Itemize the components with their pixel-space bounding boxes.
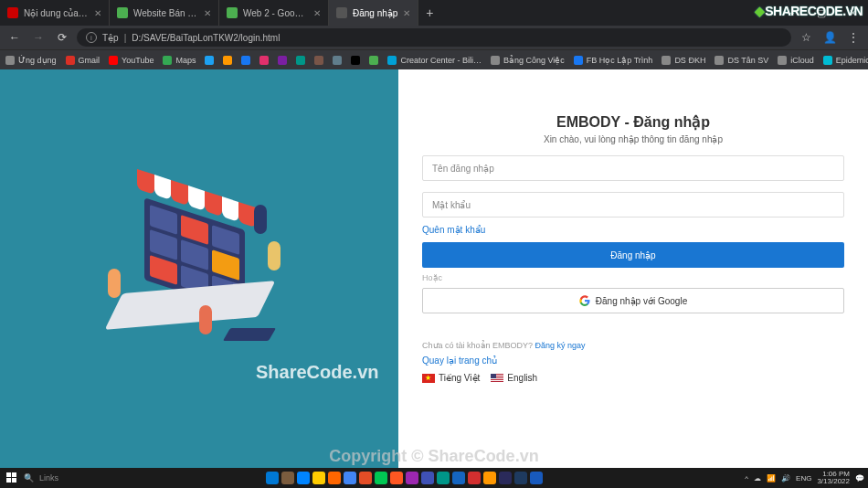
page-subtitle: Xin chào, vui lòng nhập thông tin đăng n… — [422, 134, 844, 144]
bookmark-item[interactable]: DS ĐKH — [662, 56, 705, 65]
password-input[interactable] — [422, 192, 844, 217]
bookmark-item[interactable]: Epidemic Sound — [823, 56, 868, 65]
forward-button[interactable]: → — [29, 28, 48, 47]
lang-en[interactable]: English — [491, 373, 537, 383]
info-icon[interactable]: i — [86, 32, 97, 43]
vietnam-flag-icon: ★ — [422, 374, 435, 383]
site-icon — [117, 7, 128, 18]
profile-button[interactable]: 👤 — [820, 28, 839, 47]
shopping-illustration — [99, 177, 300, 360]
back-button[interactable]: ← — [5, 28, 24, 47]
browser-tabstrip: Nội dung của kênh - YouTube St ✕ Website… — [0, 0, 868, 26]
svg-rect-1 — [12, 472, 16, 477]
bookmark-item[interactable] — [296, 56, 305, 65]
bookmark-item[interactable]: YouTube — [109, 56, 153, 65]
taskbar-app-icon[interactable] — [514, 472, 527, 484]
taskbar-app-icon[interactable] — [297, 472, 310, 484]
lang-vi[interactable]: ★ Tiếng Việt — [422, 373, 480, 383]
bookmark-item[interactable] — [205, 56, 214, 65]
back-home-link[interactable]: Quay lại trang chủ — [422, 355, 497, 366]
bookmark-item[interactable] — [369, 56, 378, 65]
login-form-panel: EMBODY - Đăng nhập Xin chào, vui lòng nh… — [398, 69, 868, 468]
taskbar-app-icon[interactable] — [437, 472, 450, 484]
taskbar-app-icon[interactable] — [344, 472, 356, 484]
bookmark-item[interactable] — [241, 56, 250, 65]
page-icon — [336, 7, 347, 18]
taskbar-search[interactable]: 🔍 Links — [24, 473, 69, 483]
wifi-icon[interactable]: 📶 — [767, 474, 776, 483]
onedrive-icon[interactable]: ☁ — [754, 474, 761, 483]
username-input[interactable] — [422, 155, 844, 181]
taskbar-app-icon[interactable] — [406, 472, 418, 484]
taskbar-clock[interactable]: 1:06 PM 3/13/2022 — [817, 471, 850, 485]
taskbar-app-icon[interactable] — [499, 472, 512, 484]
bookmark-item[interactable] — [314, 56, 323, 65]
drive-icon — [227, 7, 238, 18]
bookmark-item[interactable]: Creator Center - Bili… — [387, 56, 482, 65]
taskbar-app-icon[interactable] — [266, 472, 279, 484]
notifications-icon[interactable]: 💬 — [855, 474, 864, 483]
language-indicator[interactable]: ENG — [796, 474, 811, 483]
system-tray[interactable]: ^ ☁ 📶 🔊 ENG 1:06 PM 3/13/2022 💬 — [745, 471, 864, 485]
or-divider: Hoặc — [422, 273, 844, 282]
tab-label: Đăng nhập — [353, 8, 397, 18]
tab-label: Nội dung của kênh - YouTube St — [24, 8, 89, 18]
bookmark-item[interactable] — [333, 56, 342, 65]
bookmark-item[interactable] — [351, 56, 360, 65]
youtube-icon — [7, 7, 18, 18]
login-button[interactable]: Đăng nhập — [422, 242, 844, 268]
url-prefix: Tệp — [102, 33, 119, 43]
close-icon[interactable]: ✕ — [313, 8, 321, 18]
bookmark-item[interactable]: DS Tân SV — [715, 56, 768, 65]
taskbar-app-icon[interactable] — [390, 472, 403, 484]
taskbar-app-icon[interactable] — [421, 472, 434, 484]
volume-icon[interactable]: 🔊 — [781, 474, 790, 483]
browser-tab[interactable]: Nội dung của kênh - YouTube St ✕ — [0, 0, 110, 26]
close-icon[interactable]: ✕ — [204, 8, 211, 18]
bookmark-item[interactable] — [223, 56, 232, 65]
url-field[interactable]: i Tệp | D:/SAVE/BaiTapLonTKW2/login.html — [77, 28, 791, 47]
taskbar-app-icon[interactable] — [328, 472, 341, 484]
bookmark-item[interactable]: Maps — [163, 56, 196, 65]
close-icon[interactable]: ✕ — [94, 8, 101, 18]
taskbar-app-icon[interactable] — [530, 472, 543, 484]
browser-tab[interactable]: Web 2 - Google Drive ✕ — [219, 0, 329, 26]
bookmark-item[interactable] — [259, 56, 269, 65]
menu-button[interactable]: ⋮ — [844, 28, 863, 47]
taskbar-app-icon[interactable] — [312, 472, 325, 484]
reload-button[interactable]: ⟳ — [53, 28, 71, 47]
new-tab-button[interactable]: + — [418, 0, 440, 26]
browser-tab-active[interactable]: Đăng nhập ✕ — [329, 0, 418, 26]
bookmark-item[interactable]: iCloud — [778, 56, 814, 65]
google-login-label: Đăng nhập với Google — [596, 296, 687, 306]
taskbar-app-icon[interactable] — [359, 472, 372, 484]
bookmark-item[interactable]: FB Học Lập Trình — [574, 56, 653, 65]
url-text: D:/SAVE/BaiTapLonTKW2/login.html — [132, 33, 280, 43]
taskbar-app-icon[interactable] — [468, 472, 481, 484]
signup-link[interactable]: Đăng ký ngay — [535, 341, 586, 350]
start-button[interactable] — [4, 470, 20, 486]
taskbar-app-icon[interactable] — [281, 472, 294, 484]
apps-button[interactable]: Ứng dụng — [5, 56, 57, 65]
bookmark-item[interactable] — [278, 56, 287, 65]
us-flag-icon — [491, 374, 503, 383]
bookmark-item[interactable]: Gmail — [66, 56, 101, 65]
watermark-center: ShareCode.vn — [256, 362, 378, 383]
browser-tab[interactable]: Website Bán Mỹ Phẩm, Có Trang ✕ — [110, 0, 219, 26]
tab-label: Web 2 - Google Drive — [243, 8, 308, 18]
bookmark-item[interactable]: Bảng Công Việc — [491, 56, 565, 65]
tab-label: Website Bán Mỹ Phẩm, Có Trang — [133, 8, 198, 18]
google-login-button[interactable]: Đăng nhập với Google — [422, 288, 844, 313]
forgot-password-link[interactable]: Quên mật khẩu — [422, 225, 485, 235]
bookmarks-bar: Ứng dụng Gmail YouTube Maps Creator Cent… — [0, 49, 868, 69]
taskbar-app-icon[interactable] — [452, 472, 465, 484]
signup-prompt: Chưa có tài khoản EMBODY? Đăng ký ngay — [422, 341, 844, 350]
star-button[interactable]: ☆ — [797, 28, 815, 47]
tray-chevron-icon[interactable]: ^ — [745, 474, 748, 483]
taskbar-apps — [266, 472, 543, 484]
taskbar-app-icon[interactable] — [375, 472, 387, 484]
google-icon — [579, 295, 590, 306]
taskbar-app-icon[interactable] — [483, 472, 496, 484]
close-icon[interactable]: ✕ — [403, 8, 410, 18]
page-content: ◆SHARECODE.VN ShareCode.vn EMBODY - Đăng… — [0, 69, 868, 468]
